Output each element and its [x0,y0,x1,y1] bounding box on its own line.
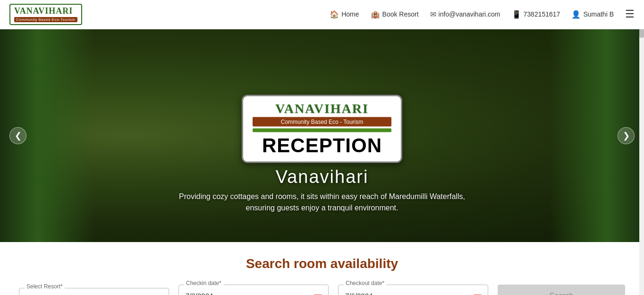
nav-home-label: Home [341,10,359,18]
hero-desc-line1: Providing cozy cottages and rooms, it si… [0,191,644,202]
nav-book-label: Book Resort [382,10,419,18]
logo[interactable]: VANAVIHARI Community Based Eco-Tourism [9,4,82,25]
hero-desc-line2: ensuring guests enjoy a tranquil environ… [0,202,644,214]
slider-prev-button[interactable]: ❮ [9,127,26,144]
checkin-label: Checkin date* [184,280,223,286]
search-form: Select Resort* Jungle Star, Valamuru Van… [19,285,625,295]
user-icon: 👤 [571,10,581,19]
nav-phone-label: 7382151617 [524,10,560,18]
hero-title: Vanavihari [0,167,644,187]
hamburger-menu[interactable]: ☰ [625,8,635,20]
hero-sign: VANAVIHARI Community Based Eco - Tourism… [242,95,402,163]
search-button[interactable]: Search [498,285,625,295]
nav-user[interactable]: 👤 Sumathi B [571,10,614,19]
resort-field: Select Resort* Jungle Star, Valamuru Van… [19,288,169,295]
resort-label: Select Resort* [25,283,65,290]
hero-sign-green-bar [253,128,391,132]
scrollbar-track [639,0,644,295]
nav-links: 🏠 Home 🏨 Book Resort ✉ info@vanavihari.c… [330,8,635,20]
nav-phone[interactable]: 📱 7382151617 [512,10,560,19]
phone-icon: 📱 [512,10,521,19]
nav-email[interactable]: ✉ info@vanavihari.com [430,10,500,19]
nav-user-label: Sumathi B [583,10,614,18]
hero-text: Vanavihari Providing cozy cottages and r… [0,167,644,214]
logo-subtitle: Community Based Eco-Tourism [14,17,77,22]
search-section-title: Search room availability [19,256,625,271]
hero-background: VANAVIHARI Community Based Eco - Tourism… [0,29,644,242]
nav-book-resort[interactable]: 🏨 Book Resort [371,10,419,19]
hero-slider: VANAVIHARI Community Based Eco - Tourism… [0,29,644,242]
home-icon: 🏠 [330,10,339,19]
nav-email-label: info@vanavihari.com [439,10,500,18]
search-section: Search room availability Select Resort* … [0,242,644,295]
slider-next-button[interactable]: ❯ [618,127,635,144]
hero-sign-title: VANAVIHARI [253,101,391,116]
navbar: VANAVIHARI Community Based Eco-Tourism 🏠… [0,0,644,29]
checkout-field: Checkout date* 📅 MM/DD/YYYY [338,285,488,295]
logo-text: VANAVIHARI [14,7,73,16]
nav-home[interactable]: 🏠 Home [330,10,359,19]
book-icon: 🏨 [371,10,380,19]
hero-sign-reception: RECEPTION [253,134,391,156]
email-icon: ✉ [430,10,436,19]
hero-sign-subtitle: Community Based Eco - Tourism [253,117,391,126]
checkout-label: Checkout date* [344,280,386,286]
checkin-field: Checkin date* 📅 MM/DD/YYYY [178,285,329,295]
